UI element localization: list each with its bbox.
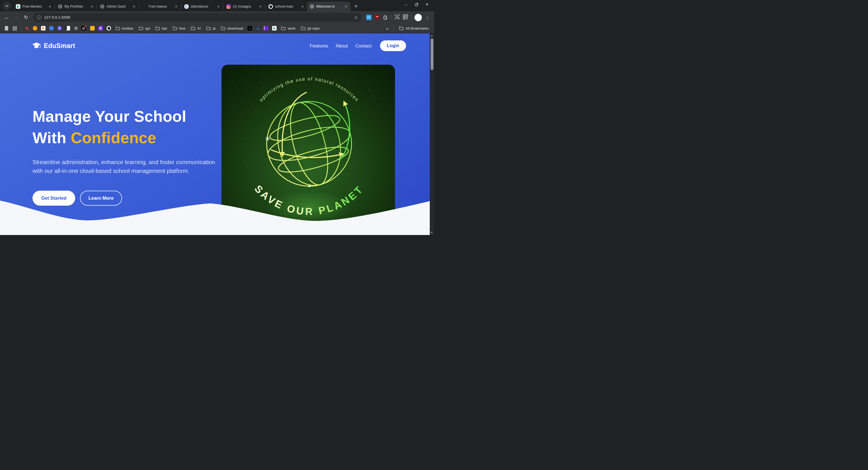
folder-icon [116,26,120,30]
adblock-shield-icon[interactable] [375,14,380,21]
folder-label: api [145,26,150,31]
bookmark-folder-bar[interactable]: bar [153,25,169,32]
tab-separator [139,4,139,9]
scroll-up-arrow[interactable] [431,35,433,36]
close-icon[interactable]: × [48,4,52,9]
meta-bookmark[interactable]: ∞ [254,25,261,32]
b-purple-bookmark[interactable]: B [97,25,104,32]
bookmark-folder-ai[interactable]: ai [204,25,218,32]
site-info-icon[interactable]: i [37,15,41,20]
tiktok-icon: ♪ [248,26,252,31]
tab-school-man[interactable]: school-man × [266,2,307,11]
close-icon[interactable]: × [300,4,305,9]
tab-title: attendance [191,4,214,8]
scroll-down-arrow[interactable] [431,232,433,233]
purple-app-bookmark[interactable] [262,25,270,32]
minimize-button[interactable]: – [401,0,411,9]
folder-label: ai [213,26,216,31]
folder-label: bar [162,26,167,31]
orange-seal-bookmark[interactable] [31,25,39,32]
qr-code-icon[interactable] [403,14,408,21]
orange-seal-icon [33,26,37,31]
ft-extension-icon[interactable]: FT [366,15,372,20]
bookmark-folder-toolbar[interactable]: toolbar [113,25,135,32]
folder-icon [206,26,211,30]
login-button[interactable]: Login [380,40,406,51]
tab-title: (1) Instagra [233,4,256,8]
brand-logo[interactable]: EduSmart [32,42,75,50]
blank-favicon-bookmark[interactable] [3,25,10,32]
tab-free-movies[interactable]: Free Movies × [13,2,54,11]
browser-toolbar: ← → ↻ i 127.0.0.1:5000 ☆ FT ⋮ [0,11,434,24]
free-movies-favicon [16,4,20,9]
hero-title-line2-prefix: With [32,129,66,147]
tab-strip: Free Movies × My Portfolio × Admin Dash … [0,0,434,11]
notification-dot [85,26,86,27]
globe-icon [74,26,78,31]
folder-label: download [227,26,243,31]
bookmark-folder-git-repo[interactable]: git repo [299,25,322,32]
folder-icon [221,26,225,30]
lens-capture-icon[interactable] [395,14,400,21]
scrollbar-thumb[interactable] [431,38,433,70]
address-bar[interactable]: i 127.0.0.1:5000 ☆ [33,13,362,22]
forward-button[interactable]: → [12,13,21,22]
bookmark-folder-download[interactable]: download [219,25,246,32]
close-icon[interactable]: × [344,4,348,9]
keep-bookmark[interactable] [89,25,96,32]
globe-bookmark[interactable] [72,25,80,32]
folder-label: free [179,26,185,31]
tab-my-portfolio[interactable]: My Portfolio × [55,2,96,11]
tab-attendance[interactable]: G attendance × [181,2,223,11]
bookmark-folder-work[interactable]: work [279,25,298,32]
tab-admin-dash[interactable]: Admin Dash × [97,2,138,11]
extensions-puzzle-icon[interactable] [383,14,388,21]
profile-avatar[interactable] [414,14,422,21]
nav-features[interactable]: Features [310,43,328,49]
close-window-button[interactable]: × [422,0,432,9]
nav-contact[interactable]: Contact [355,43,372,49]
close-icon[interactable]: × [132,4,136,9]
folder-label: git repo [307,26,319,31]
instagram-favicon [226,4,231,9]
close-icon[interactable]: × [216,4,221,9]
back-button[interactable]: ← [2,13,11,22]
threads-bookmark[interactable]: @ [81,25,88,32]
browser-menu-icon[interactable]: ⋮ [425,15,430,20]
bookmarks-overflow-icon[interactable]: » [384,26,390,31]
bookmark-star-icon[interactable]: ☆ [354,15,358,20]
blue-circle-bookmark[interactable] [48,25,55,32]
close-icon[interactable]: × [90,4,94,9]
colorful-play-bookmark[interactable] [271,25,278,32]
github-bookmark[interactable] [105,25,113,32]
pause-bookmark[interactable] [64,25,71,32]
github-favicon [269,4,273,9]
bookmark-folder-AI[interactable]: AI [188,25,203,32]
reload-button[interactable]: ↻ [22,13,31,22]
apps-grid-icon[interactable] [11,25,19,32]
close-icon[interactable]: × [258,4,263,9]
bookmark-folder-api[interactable]: api [136,25,152,32]
url-text[interactable]: 127.0.0.1:5000 [44,15,70,20]
globe-favicon [100,4,104,9]
tab-title: Admin Dash [106,4,130,8]
nav-about[interactable]: About [336,43,348,49]
gmail-bookmark[interactable]: M [23,25,31,32]
new-tab-button[interactable]: + [352,2,360,10]
pause-icon [66,26,70,31]
page-scrollbar[interactable] [430,33,434,235]
tab-title: school-man [275,4,298,8]
tab-search-button[interactable] [3,2,11,10]
restore-button[interactable] [411,0,422,9]
c-circle-bookmark[interactable]: C [56,25,63,32]
bookmark-folder-free[interactable]: free [170,25,188,32]
window-controls: – × [401,0,432,9]
tiktok-bookmark[interactable]: ♪ [246,25,253,32]
folder-label: toolbar [122,26,133,31]
close-icon[interactable]: × [174,4,179,9]
tab-instagram[interactable]: (1) Instagra × [223,2,265,11]
all-bookmarks-button[interactable]: All Bookmarks [397,25,431,32]
tab-font-awesome[interactable]: Font Aweso × [139,2,181,11]
tab-welcome-active[interactable]: Welcome to × [307,2,350,11]
orange-play-bookmark[interactable] [39,25,47,32]
